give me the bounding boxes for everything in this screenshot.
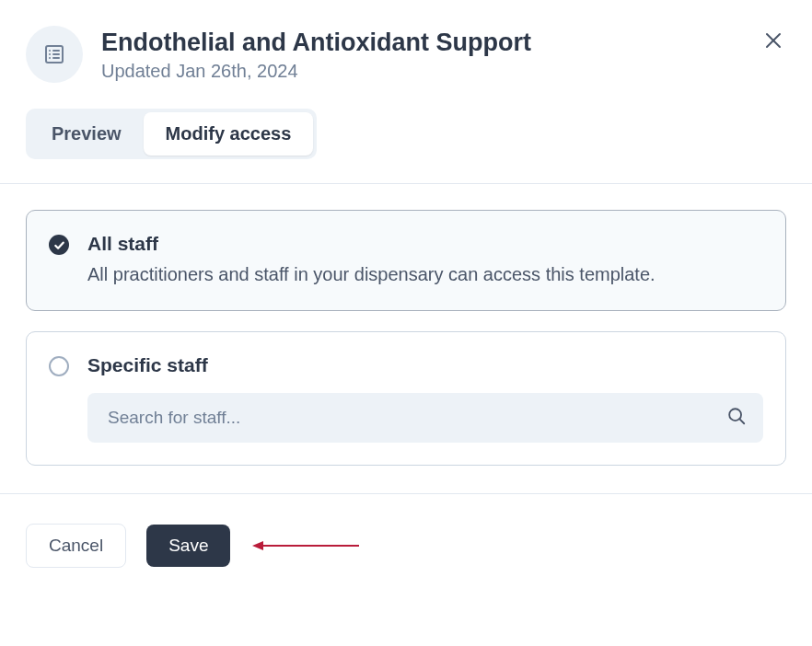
arrow-annotation — [250, 537, 361, 554]
radio-all-staff[interactable] — [49, 235, 69, 255]
svg-marker-12 — [252, 541, 263, 550]
staff-search-wrap — [87, 393, 763, 443]
template-icon-wrap — [26, 26, 83, 83]
tabs: Preview Modify access — [26, 109, 317, 159]
option-specific-staff-title: Specific staff — [87, 354, 763, 376]
option-specific-staff-content: Specific staff — [87, 354, 763, 443]
staff-search-input[interactable] — [87, 393, 763, 443]
close-button[interactable] — [760, 28, 786, 53]
updated-label: Updated Jan 26th, 2024 — [101, 61, 742, 82]
modal-header: Endothelial and Antioxidant Support Upda… — [26, 26, 786, 83]
option-all-staff[interactable]: All staff All practitioners and staff in… — [26, 210, 786, 311]
tab-preview[interactable]: Preview — [29, 112, 144, 156]
option-all-staff-description: All practitioners and staff in your disp… — [87, 260, 763, 288]
template-icon — [43, 43, 65, 65]
save-button[interactable]: Save — [146, 525, 230, 567]
option-all-staff-title: All staff — [87, 233, 763, 255]
divider — [0, 183, 812, 184]
tab-modify-access[interactable]: Modify access — [144, 112, 314, 156]
option-all-staff-content: All staff All practitioners and staff in… — [87, 233, 763, 288]
cancel-button[interactable]: Cancel — [26, 524, 126, 568]
close-icon — [764, 31, 783, 50]
arrow-icon — [250, 537, 361, 554]
checkmark-icon — [53, 239, 65, 251]
search-icon — [726, 406, 747, 430]
radio-specific-staff[interactable] — [49, 356, 69, 376]
footer: Cancel Save — [0, 494, 812, 597]
header-text: Endothelial and Antioxidant Support Upda… — [101, 26, 742, 82]
page-title: Endothelial and Antioxidant Support — [101, 28, 742, 57]
option-specific-staff[interactable]: Specific staff — [26, 331, 786, 466]
svg-line-10 — [739, 419, 744, 423]
